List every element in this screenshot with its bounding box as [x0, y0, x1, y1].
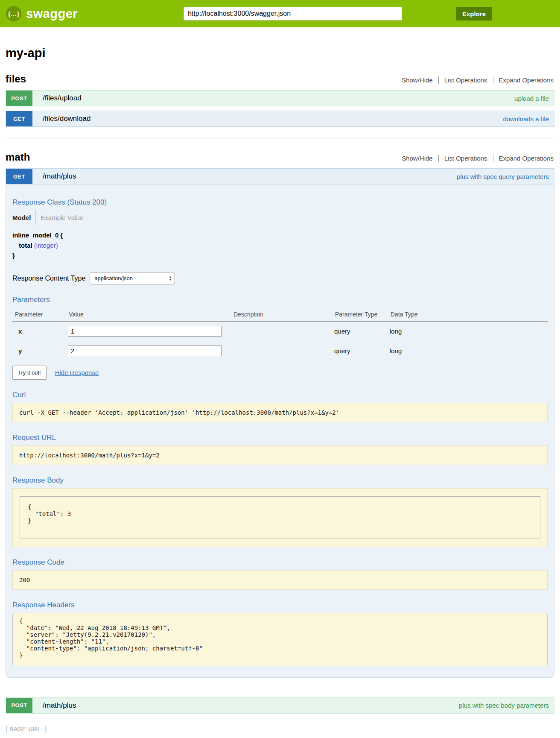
header-bar: {…} swagger Explore — [0, 0, 560, 27]
curl-command: curl -X GET --header 'Accept: applicatio… — [12, 403, 548, 422]
response-content-type-select[interactable]: application/json ▲▼ — [90, 272, 175, 284]
response-code-heading: Response Code — [12, 558, 548, 567]
response-class-heading: Response Class (Status 200) — [12, 198, 548, 207]
page-title: my-api — [6, 46, 554, 60]
column-header-data-type: Data Type — [390, 308, 548, 321]
expand-operations-link[interactable]: Expand Operations — [493, 155, 554, 162]
select-arrows-icon: ▲▼ — [169, 276, 172, 281]
operation-summary-link[interactable]: plus with spec query parameters — [457, 169, 554, 184]
request-url-heading: Request URL — [12, 433, 548, 442]
operation-expanded-content: Response Class (Status 200) Model Exampl… — [6, 184, 554, 678]
swagger-logo-text: swagger — [26, 7, 78, 21]
curl-heading: Curl — [12, 391, 548, 399]
operation-path-link[interactable]: /files/upload — [43, 91, 82, 106]
response-body-heading: Response Body — [12, 476, 548, 485]
http-method-badge: GET — [6, 111, 32, 126]
operation-get-files-download: GET /files/download downloads a file — [6, 111, 554, 127]
parameter-row-x: x query long — [12, 321, 548, 341]
parameter-y-input[interactable] — [68, 346, 222, 356]
base-url-footer: [ BASE URL: ] — [6, 726, 554, 732]
section-title-files: files — [6, 73, 26, 85]
response-body-box: { "total": 3 } — [20, 496, 540, 539]
model-property-name: total — [19, 242, 32, 249]
operation-path-link[interactable]: /files/download — [43, 111, 90, 126]
operation-header[interactable]: GET /files/download downloads a file — [6, 111, 554, 127]
parameter-type: query — [334, 341, 390, 361]
tab-model[interactable]: Model — [12, 214, 35, 221]
parameter-description — [233, 321, 334, 341]
operation-post-math-plus: POST /math/plus plus with spec body para… — [6, 697, 554, 714]
response-code-value: 200 — [12, 570, 548, 590]
operation-post-files-upload: POST /files/upload upload a file — [6, 90, 554, 106]
operation-path-link[interactable]: /math/plus — [43, 169, 76, 184]
parameter-type: query — [334, 321, 390, 341]
swagger-ui-page: {…} swagger Explore my-api files Show/Hi… — [0, 0, 560, 738]
http-method-badge: GET — [6, 169, 32, 184]
model-signature: inline_model_0 { total (integer) } — [12, 231, 548, 259]
list-operations-link[interactable]: List Operations — [438, 155, 493, 162]
operation-summary-link[interactable]: plus with spec body parameters — [459, 698, 554, 713]
operation-summary-link[interactable]: downloads a file — [503, 111, 554, 126]
show-hide-link[interactable]: Show/Hide — [396, 76, 438, 84]
section-controls-math: Show/Hide List Operations Expand Operati… — [396, 155, 554, 162]
expand-operations-link[interactable]: Expand Operations — [493, 76, 554, 84]
explore-button[interactable]: Explore — [456, 7, 492, 20]
spec-url-input[interactable] — [184, 7, 402, 20]
list-operations-link[interactable]: List Operations — [438, 76, 493, 84]
section-divider — [6, 138, 554, 138]
parameter-name: x — [12, 321, 68, 341]
json-number: 3 — [67, 510, 71, 517]
column-header-value: Value — [68, 308, 233, 321]
model-signature-open: inline_model_0 { — [12, 231, 548, 239]
operation-header[interactable]: POST /math/plus plus with spec body para… — [6, 697, 554, 714]
parameters-table: Parameter Value Description Parameter Ty… — [12, 308, 548, 360]
response-content-type-label: Response Content Type — [12, 275, 85, 282]
operation-header[interactable]: POST /files/upload upload a file — [6, 90, 554, 106]
response-headers-heading: Response Headers — [12, 601, 548, 609]
http-method-badge: POST — [6, 91, 32, 106]
hide-response-link[interactable]: Hide Response — [55, 369, 99, 376]
tab-example-value[interactable]: Example Value — [36, 214, 83, 221]
column-header-parameter: Parameter — [12, 308, 68, 321]
response-content-type-value: application/json — [94, 275, 133, 281]
section-title-math: math — [6, 151, 30, 163]
section-math: math Show/Hide List Operations Expand Op… — [6, 151, 554, 714]
try-it-out-button[interactable]: Try it out! — [12, 366, 47, 380]
column-header-parameter-type: Parameter Type — [334, 308, 390, 321]
parameter-x-input[interactable] — [68, 326, 222, 337]
operation-path-link[interactable]: /math/plus — [43, 698, 76, 713]
operation-summary-link[interactable]: upload a file — [514, 91, 554, 106]
section-files: files Show/Hide List Operations Expand O… — [6, 73, 554, 127]
parameter-data-type: long — [390, 341, 548, 361]
parameter-description — [233, 341, 334, 361]
model-signature-close: } — [12, 252, 548, 259]
parameter-name: y — [12, 341, 68, 361]
section-controls-files: Show/Hide List Operations Expand Operati… — [396, 76, 554, 84]
response-class-tabs: Model Example Value — [12, 210, 548, 225]
http-method-badge: POST — [6, 698, 32, 713]
show-hide-link[interactable]: Show/Hide — [396, 155, 438, 162]
swagger-brace-icon: {…} — [6, 6, 21, 21]
column-header-description: Description — [233, 308, 334, 321]
model-property: total (integer) — [19, 242, 548, 249]
response-headers-json: { "date": "Wed, 22 Aug 2018 18:49:13 GMT… — [19, 618, 541, 659]
response-body-container: { "total": 3 } — [12, 488, 548, 547]
response-headers-box: { "date": "Wed, 22 Aug 2018 18:49:13 GMT… — [12, 613, 548, 666]
operation-header[interactable]: GET /math/plus plus with spec query para… — [6, 168, 554, 184]
operation-get-math-plus: GET /math/plus plus with spec query para… — [6, 168, 554, 678]
parameters-heading: Parameters — [12, 296, 548, 304]
model-property-type: (integer) — [34, 242, 58, 249]
parameter-data-type: long — [390, 321, 548, 341]
json-key: "total": — [35, 510, 64, 517]
parameter-row-y: y query long — [12, 341, 548, 361]
swagger-logo[interactable]: {…} swagger — [6, 0, 78, 27]
request-url-value: http://localhost:3000/math/plus?x=1&y=2 — [12, 445, 548, 465]
response-body-json: { "total": 3 } — [28, 504, 532, 524]
